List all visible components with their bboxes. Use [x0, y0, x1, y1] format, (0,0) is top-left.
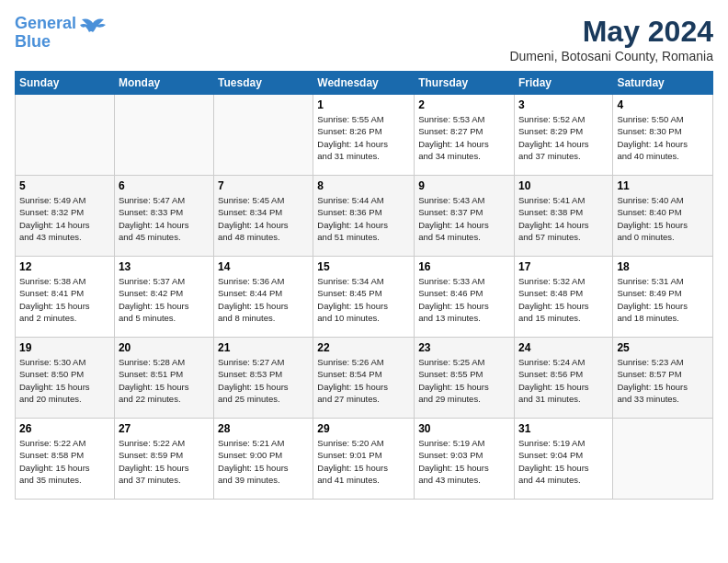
day-number: 17: [518, 260, 609, 273]
day-number: 30: [418, 422, 510, 435]
day-info: Sunrise: 5:34 AM Sunset: 8:45 PM Dayligh…: [317, 275, 410, 324]
calendar-day-cell: 12Sunrise: 5:38 AM Sunset: 8:41 PM Dayli…: [16, 257, 115, 338]
location-subtitle: Dumeni, Botosani County, Romania: [509, 49, 713, 63]
calendar-day-cell: 5Sunrise: 5:49 AM Sunset: 8:32 PM Daylig…: [16, 176, 115, 257]
calendar-day-cell: 15Sunrise: 5:34 AM Sunset: 8:45 PM Dayli…: [313, 257, 415, 338]
day-number: 25: [617, 341, 709, 354]
day-of-week-header: Wednesday: [313, 72, 415, 95]
calendar-day-cell: 21Sunrise: 5:27 AM Sunset: 8:53 PM Dayli…: [214, 338, 313, 419]
day-info: Sunrise: 5:20 AM Sunset: 9:01 PM Dayligh…: [317, 437, 410, 486]
calendar-day-cell: 6Sunrise: 5:47 AM Sunset: 8:33 PM Daylig…: [114, 176, 213, 257]
days-of-week-row: SundayMondayTuesdayWednesdayThursdayFrid…: [16, 72, 713, 95]
day-info: Sunrise: 5:22 AM Sunset: 8:58 PM Dayligh…: [19, 437, 110, 486]
day-number: 10: [518, 179, 609, 192]
day-info: Sunrise: 5:28 AM Sunset: 8:51 PM Dayligh…: [119, 356, 210, 405]
day-number: 7: [218, 179, 309, 192]
day-of-week-header: Thursday: [415, 72, 515, 95]
day-number: 21: [218, 341, 309, 354]
calendar-day-cell: 7Sunrise: 5:45 AM Sunset: 8:34 PM Daylig…: [214, 176, 313, 257]
day-number: 29: [317, 422, 410, 435]
day-info: Sunrise: 5:26 AM Sunset: 8:54 PM Dayligh…: [317, 356, 410, 405]
calendar-day-cell: 29Sunrise: 5:20 AM Sunset: 9:01 PM Dayli…: [313, 419, 415, 500]
calendar-day-cell: 22Sunrise: 5:26 AM Sunset: 8:54 PM Dayli…: [313, 338, 415, 419]
day-info: Sunrise: 5:40 AM Sunset: 8:40 PM Dayligh…: [617, 194, 709, 243]
day-info: Sunrise: 5:45 AM Sunset: 8:34 PM Dayligh…: [218, 194, 309, 243]
day-number: 5: [19, 179, 110, 192]
calendar-week-row: 19Sunrise: 5:30 AM Sunset: 8:50 PM Dayli…: [16, 338, 713, 419]
calendar-table: SundayMondayTuesdayWednesdayThursdayFrid…: [15, 71, 713, 500]
calendar-day-cell: [613, 419, 713, 500]
day-number: 18: [617, 260, 709, 273]
calendar-day-cell: 31Sunrise: 5:19 AM Sunset: 9:04 PM Dayli…: [514, 419, 612, 500]
day-info: Sunrise: 5:21 AM Sunset: 9:00 PM Dayligh…: [218, 437, 309, 486]
day-info: Sunrise: 5:43 AM Sunset: 8:37 PM Dayligh…: [418, 194, 510, 243]
day-info: Sunrise: 5:36 AM Sunset: 8:44 PM Dayligh…: [218, 275, 309, 324]
calendar-day-cell: 25Sunrise: 5:23 AM Sunset: 8:57 PM Dayli…: [613, 338, 713, 419]
calendar-body: 1Sunrise: 5:55 AM Sunset: 8:26 PM Daylig…: [16, 95, 713, 500]
calendar-week-row: 5Sunrise: 5:49 AM Sunset: 8:32 PM Daylig…: [16, 176, 713, 257]
day-number: 16: [418, 260, 510, 273]
day-info: Sunrise: 5:37 AM Sunset: 8:42 PM Dayligh…: [119, 275, 210, 324]
day-number: 12: [19, 260, 110, 273]
calendar-day-cell: 2Sunrise: 5:53 AM Sunset: 8:27 PM Daylig…: [415, 95, 515, 176]
day-info: Sunrise: 5:53 AM Sunset: 8:27 PM Dayligh…: [418, 113, 510, 162]
calendar-header: SundayMondayTuesdayWednesdayThursdayFrid…: [16, 72, 713, 95]
calendar-week-row: 1Sunrise: 5:55 AM Sunset: 8:26 PM Daylig…: [16, 95, 713, 176]
day-info: Sunrise: 5:50 AM Sunset: 8:30 PM Dayligh…: [617, 113, 709, 162]
day-number: 19: [19, 341, 110, 354]
day-number: 13: [119, 260, 210, 273]
calendar-day-cell: [16, 95, 115, 176]
day-number: 14: [218, 260, 309, 273]
day-of-week-header: Friday: [514, 72, 612, 95]
day-info: Sunrise: 5:49 AM Sunset: 8:32 PM Dayligh…: [19, 194, 110, 243]
day-number: 27: [119, 422, 210, 435]
day-info: Sunrise: 5:19 AM Sunset: 9:03 PM Dayligh…: [418, 437, 510, 486]
calendar-day-cell: 30Sunrise: 5:19 AM Sunset: 9:03 PM Dayli…: [415, 419, 515, 500]
day-info: Sunrise: 5:55 AM Sunset: 8:26 PM Dayligh…: [317, 113, 410, 162]
day-number: 3: [518, 98, 609, 111]
day-info: Sunrise: 5:44 AM Sunset: 8:36 PM Dayligh…: [317, 194, 410, 243]
calendar-week-row: 12Sunrise: 5:38 AM Sunset: 8:41 PM Dayli…: [16, 257, 713, 338]
calendar-week-row: 26Sunrise: 5:22 AM Sunset: 8:58 PM Dayli…: [16, 419, 713, 500]
day-number: 6: [119, 179, 210, 192]
calendar-day-cell: 1Sunrise: 5:55 AM Sunset: 8:26 PM Daylig…: [313, 95, 415, 176]
day-info: Sunrise: 5:33 AM Sunset: 8:46 PM Dayligh…: [418, 275, 510, 324]
calendar-day-cell: 24Sunrise: 5:24 AM Sunset: 8:56 PM Dayli…: [514, 338, 612, 419]
day-info: Sunrise: 5:24 AM Sunset: 8:56 PM Dayligh…: [518, 356, 609, 405]
calendar-day-cell: 3Sunrise: 5:52 AM Sunset: 8:29 PM Daylig…: [514, 95, 612, 176]
page-header: General Blue May 2024 Dumeni, Botosani C…: [15, 15, 713, 63]
day-of-week-header: Saturday: [613, 72, 713, 95]
calendar-day-cell: 27Sunrise: 5:22 AM Sunset: 8:59 PM Dayli…: [114, 419, 213, 500]
day-number: 22: [317, 341, 410, 354]
day-number: 8: [317, 179, 410, 192]
day-number: 9: [418, 179, 510, 192]
calendar-day-cell: 19Sunrise: 5:30 AM Sunset: 8:50 PM Dayli…: [16, 338, 115, 419]
day-info: Sunrise: 5:25 AM Sunset: 8:55 PM Dayligh…: [418, 356, 510, 405]
day-info: Sunrise: 5:47 AM Sunset: 8:33 PM Dayligh…: [119, 194, 210, 243]
day-number: 4: [617, 98, 709, 111]
calendar-day-cell: 13Sunrise: 5:37 AM Sunset: 8:42 PM Dayli…: [114, 257, 213, 338]
calendar-day-cell: 26Sunrise: 5:22 AM Sunset: 8:58 PM Dayli…: [16, 419, 115, 500]
day-info: Sunrise: 5:38 AM Sunset: 8:41 PM Dayligh…: [19, 275, 110, 324]
day-info: Sunrise: 5:23 AM Sunset: 8:57 PM Dayligh…: [617, 356, 709, 405]
logo-bird-icon: [78, 16, 108, 41]
calendar-day-cell: 18Sunrise: 5:31 AM Sunset: 8:49 PM Dayli…: [613, 257, 713, 338]
day-info: Sunrise: 5:32 AM Sunset: 8:48 PM Dayligh…: [518, 275, 609, 324]
day-info: Sunrise: 5:30 AM Sunset: 8:50 PM Dayligh…: [19, 356, 110, 405]
day-number: 28: [218, 422, 309, 435]
logo-text: General Blue: [15, 15, 76, 52]
day-number: 23: [418, 341, 510, 354]
day-info: Sunrise: 5:22 AM Sunset: 8:59 PM Dayligh…: [119, 437, 210, 486]
calendar-day-cell: 4Sunrise: 5:50 AM Sunset: 8:30 PM Daylig…: [613, 95, 713, 176]
day-info: Sunrise: 5:27 AM Sunset: 8:53 PM Dayligh…: [218, 356, 309, 405]
day-info: Sunrise: 5:52 AM Sunset: 8:29 PM Dayligh…: [518, 113, 609, 162]
month-year-title: May 2024: [509, 15, 713, 49]
calendar-day-cell: 10Sunrise: 5:41 AM Sunset: 8:38 PM Dayli…: [514, 176, 612, 257]
calendar-day-cell: 17Sunrise: 5:32 AM Sunset: 8:48 PM Dayli…: [514, 257, 612, 338]
title-area: May 2024 Dumeni, Botosani County, Romani…: [509, 15, 713, 63]
calendar-day-cell: 8Sunrise: 5:44 AM Sunset: 8:36 PM Daylig…: [313, 176, 415, 257]
day-number: 2: [418, 98, 510, 111]
day-of-week-header: Tuesday: [214, 72, 313, 95]
day-number: 24: [518, 341, 609, 354]
day-number: 26: [19, 422, 110, 435]
